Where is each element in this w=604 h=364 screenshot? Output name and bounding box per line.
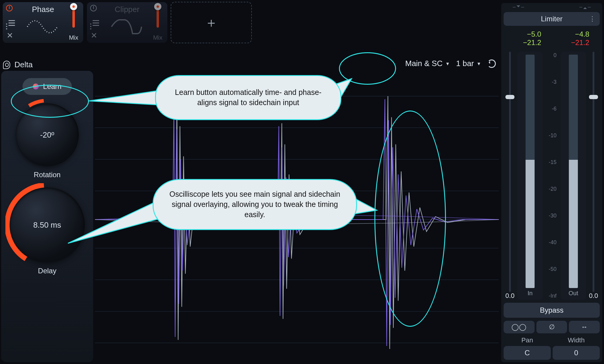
delay-label: Delay	[38, 267, 56, 275]
pan-label: Pan	[504, 336, 551, 344]
add-module-button[interactable]: ＋	[171, 2, 252, 43]
annotation-ring-waveform	[374, 111, 446, 327]
scope-window-dropdown[interactable]: 1 bar ▾	[456, 59, 480, 68]
rotation-label: Rotation	[34, 171, 60, 179]
annotation-scope: Oscilliscope lets you see main signal an…	[153, 179, 357, 230]
pan-value[interactable]: C	[504, 346, 551, 360]
scope-source-dropdown[interactable]: Main & SC ▾	[405, 59, 449, 68]
in-hold-value: −21.2	[514, 38, 541, 47]
close-icon[interactable]: ✕	[91, 31, 97, 40]
link-button[interactable]: ↔	[569, 321, 600, 333]
scope-toolbar: Main & SC ▾ 1 bar ▾	[405, 59, 496, 68]
in-meter-label: In	[528, 290, 533, 297]
limiter-header[interactable]: Limiter ⋮	[504, 12, 600, 26]
reorder-icon[interactable]	[90, 19, 99, 27]
out-hold-value: −21.2	[562, 38, 589, 47]
width-value[interactable]: 0	[553, 346, 600, 360]
width-label: Width	[553, 336, 600, 344]
out-peak-value: −4.8	[562, 30, 589, 38]
listen-icon[interactable]	[3, 61, 10, 69]
bypass-button[interactable]: Bypass	[504, 303, 600, 318]
stereo-mode-button[interactable]: ◯◯	[504, 321, 535, 333]
close-icon[interactable]: ✕	[7, 31, 13, 40]
more-icon[interactable]: ⋮	[589, 15, 596, 23]
delay-value: 8.50 ms	[10, 187, 85, 262]
chevron-down-icon: ▾	[477, 60, 480, 67]
scope-window-value: 1 bar	[456, 59, 474, 68]
output-gain-slider[interactable]: 0.0	[588, 52, 599, 300]
phase-invert-icon: ∅	[549, 323, 555, 331]
plus-icon: ＋	[205, 14, 218, 32]
refresh-icon[interactable]	[487, 59, 496, 68]
phase-invert-button[interactable]: ∅	[536, 321, 567, 333]
annotation-learn: Learn button automatically time- and pha…	[155, 75, 341, 120]
module-phase[interactable]: ✕ Phase Mix	[2, 2, 84, 43]
module-strip: ✕ Phase Mix ✕ Clipper Mix ＋	[2, 2, 252, 43]
out-meter-label: Out	[569, 290, 578, 297]
limiter-readouts: −5.0 −21.2 −4.8 −21.2	[504, 30, 600, 47]
mix-slider[interactable]: Mix	[67, 5, 80, 41]
chevron-down-icon: ▾	[446, 60, 449, 67]
annotation-ring-learn	[11, 85, 89, 118]
input-gain-value: 0.0	[505, 292, 515, 300]
phase-wave-icon	[19, 12, 66, 41]
limiter-meters: 0.0 In 0-3-6 -10-15-20 -30-40-50 -Inf Ou…	[505, 52, 599, 300]
mix-label: Mix	[67, 34, 80, 41]
reorder-icon[interactable]	[6, 19, 15, 27]
link-arrows-icon: ↔	[581, 323, 588, 331]
stereo-icon: ◯◯	[511, 323, 526, 331]
output-gain-value: 0.0	[589, 292, 598, 300]
input-gain-slider[interactable]: 0.0	[505, 52, 515, 300]
delta-label: Delta	[14, 60, 33, 69]
limiter-title: Limiter	[541, 15, 563, 23]
meter-scale: 0-3-6 -10-15-20 -30-40-50 -Inf	[545, 52, 558, 300]
annotation-ring-source	[339, 52, 396, 85]
panel-drag-handles[interactable]	[504, 5, 600, 9]
clipper-wave-icon	[103, 12, 150, 41]
limiter-panel: Limiter ⋮ −5.0 −21.2 −4.8 −21.2 0.0 In 0…	[501, 3, 602, 362]
delay-knob[interactable]: 8.50 ms	[10, 187, 85, 262]
scope-source-value: Main & SC	[405, 59, 442, 68]
mix-label: Mix	[151, 34, 164, 41]
out-meter	[569, 55, 578, 288]
module-clipper[interactable]: ✕ Clipper Mix	[87, 2, 168, 43]
in-meter	[526, 55, 535, 288]
mix-slider[interactable]: Mix	[151, 5, 164, 41]
in-peak-value: −5.0	[514, 30, 541, 38]
